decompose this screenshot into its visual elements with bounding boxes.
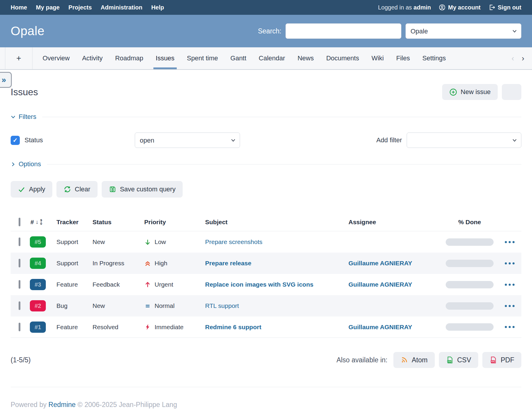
username: admin xyxy=(413,4,431,11)
row-actions-button[interactable] xyxy=(498,326,521,328)
tracker-cell: Bug xyxy=(56,302,93,309)
nav-help[interactable]: Help xyxy=(151,4,164,11)
clear-button[interactable]: Clear xyxy=(56,181,98,198)
row-checkbox[interactable] xyxy=(19,259,20,267)
tab-activity[interactable]: Activity xyxy=(82,47,103,69)
issue-link[interactable]: Prepare screenshots xyxy=(205,238,262,245)
row-checkbox[interactable] xyxy=(19,323,20,331)
tab-gantt[interactable]: Gantt xyxy=(231,47,246,69)
column-header-done[interactable]: % Done xyxy=(442,219,498,226)
assignee-link[interactable]: Guillaume AGNIERAY xyxy=(348,324,412,330)
tab-issues[interactable]: Issues xyxy=(156,47,175,69)
page-more-actions-button[interactable] xyxy=(502,84,521,100)
save-icon xyxy=(109,185,116,193)
search-label: Search: xyxy=(258,27,281,35)
column-header-assignee[interactable]: Assignee xyxy=(348,219,442,226)
issue-id-badge[interactable]: #5 xyxy=(30,236,46,248)
add-filter-select[interactable] xyxy=(407,133,521,148)
row-actions-button[interactable] xyxy=(498,241,521,243)
tab-news[interactable]: News xyxy=(298,47,314,69)
progress-bar xyxy=(446,260,494,267)
issue-id-badge[interactable]: #3 xyxy=(30,279,46,290)
issue-link[interactable]: Replace icon images with SVG icons xyxy=(205,281,313,288)
options-toggle[interactable]: Options xyxy=(11,160,41,168)
svg-text:CSV: CSV xyxy=(447,361,451,362)
row-actions-button[interactable] xyxy=(498,305,521,307)
subject-cell: RTL support xyxy=(205,302,348,309)
my-account-link[interactable]: My account xyxy=(439,4,481,11)
status-operator-select[interactable]: open xyxy=(135,133,240,148)
issue-link[interactable]: Redmine 6 support xyxy=(205,324,261,330)
issue-id-badge[interactable]: #4 xyxy=(30,258,46,269)
column-header-subject[interactable]: Subject xyxy=(205,219,348,226)
tab-overview[interactable]: Overview xyxy=(43,47,70,69)
tab-roadmap[interactable]: Roadmap xyxy=(115,47,143,69)
table-footer: (1-5/5) Also available in: Atom CSV CSV … xyxy=(11,352,521,368)
tab-calendar[interactable]: Calendar xyxy=(259,47,285,69)
subject-cell: Prepare screenshots xyxy=(205,238,348,245)
column-header-tracker[interactable]: Tracker xyxy=(56,219,93,226)
row-checkbox[interactable] xyxy=(19,280,20,289)
issue-link[interactable]: Prepare release xyxy=(205,260,251,266)
table-row[interactable]: #3 Feature Feedback Urgent Replace icon … xyxy=(11,274,521,295)
plus-circle-icon xyxy=(449,88,457,96)
nav-projects[interactable]: Projects xyxy=(69,4,92,11)
assignee-cell: Guillaume AGNIERAY xyxy=(348,281,442,288)
search-input[interactable] xyxy=(286,23,401,39)
tab-spent-time[interactable]: Spent time xyxy=(187,47,218,69)
assignee-link[interactable]: Guillaume AGNIERAY xyxy=(348,260,412,266)
nav-administration[interactable]: Administration xyxy=(101,4,142,11)
filters-section-header: Filters xyxy=(11,113,521,121)
tab-wiki[interactable]: Wiki xyxy=(372,47,384,69)
options-section-header: Options xyxy=(11,160,521,168)
sign-out-link[interactable]: Sign out xyxy=(488,4,521,11)
issue-id-badge[interactable]: #2 xyxy=(30,300,46,311)
tab-list: Overview Activity Roadmap Issues Spent t… xyxy=(33,47,456,69)
column-header-priority[interactable]: Priority xyxy=(144,219,205,226)
atom-export-button[interactable]: Atom xyxy=(393,352,435,368)
status-filter-checkbox[interactable]: ✓ xyxy=(11,136,20,145)
priority-normal-icon xyxy=(144,303,151,309)
row-actions-button[interactable] xyxy=(498,262,521,264)
column-header-id[interactable]: # ↓ 90 xyxy=(30,219,56,226)
save-custom-query-button[interactable]: Save custom query xyxy=(102,181,183,198)
assignee-link[interactable]: Guillaume AGNIERAY xyxy=(348,281,412,288)
sidebar-expand-button[interactable]: » xyxy=(0,72,12,88)
new-issue-button[interactable]: New issue xyxy=(442,84,498,100)
table-row[interactable]: #5 Support New Low Prepare screenshots xyxy=(11,231,521,253)
page-footer: Powered by Redmine © 2006-2025 Jean-Phil… xyxy=(11,387,521,409)
apply-button[interactable]: Apply xyxy=(11,181,52,198)
project-jump-select[interactable]: Opale xyxy=(406,23,521,39)
new-tab-button[interactable]: + xyxy=(5,47,33,69)
subject-cell: Redmine 6 support xyxy=(205,324,348,331)
select-all-checkbox[interactable] xyxy=(19,218,20,226)
logged-in-as: Logged in as admin xyxy=(378,4,431,11)
issue-id-badge[interactable]: #1 xyxy=(30,322,46,333)
row-checkbox[interactable] xyxy=(19,301,20,310)
tab-documents[interactable]: Documents xyxy=(326,47,359,69)
top-menu: Home My page Projects Administration Hel… xyxy=(11,4,164,11)
double-chevron-right-icon: » xyxy=(1,75,6,85)
progress-bar xyxy=(446,238,494,246)
progress-bar xyxy=(446,323,494,331)
row-checkbox[interactable] xyxy=(19,238,20,246)
issue-link[interactable]: RTL support xyxy=(205,302,239,309)
column-header-status[interactable]: Status xyxy=(93,219,144,226)
pdf-export-button[interactable]: PDF PDF xyxy=(482,352,521,368)
check-icon xyxy=(18,185,25,193)
nav-my-page[interactable]: My page xyxy=(36,4,60,11)
tab-scroll-right-icon[interactable]: › xyxy=(522,54,524,63)
redmine-link[interactable]: Redmine xyxy=(48,401,76,408)
tab-files[interactable]: Files xyxy=(396,47,410,69)
table-row[interactable]: #2 Bug New Normal RTL support xyxy=(11,295,521,316)
sign-out-icon xyxy=(488,4,495,11)
row-actions-button[interactable] xyxy=(498,284,521,286)
tab-settings[interactable]: Settings xyxy=(422,47,446,69)
assignee-cell: Guillaume AGNIERAY xyxy=(348,260,442,267)
csv-export-button[interactable]: CSV CSV xyxy=(439,352,478,368)
table-row[interactable]: #1 Feature Resolved Immediate Redmine 6 … xyxy=(11,316,521,338)
filters-toggle[interactable]: Filters xyxy=(11,113,36,121)
table-row[interactable]: #4 Support In Progress High Prepare rele… xyxy=(11,253,521,274)
user-circle-icon xyxy=(439,4,446,11)
nav-home[interactable]: Home xyxy=(11,4,27,11)
